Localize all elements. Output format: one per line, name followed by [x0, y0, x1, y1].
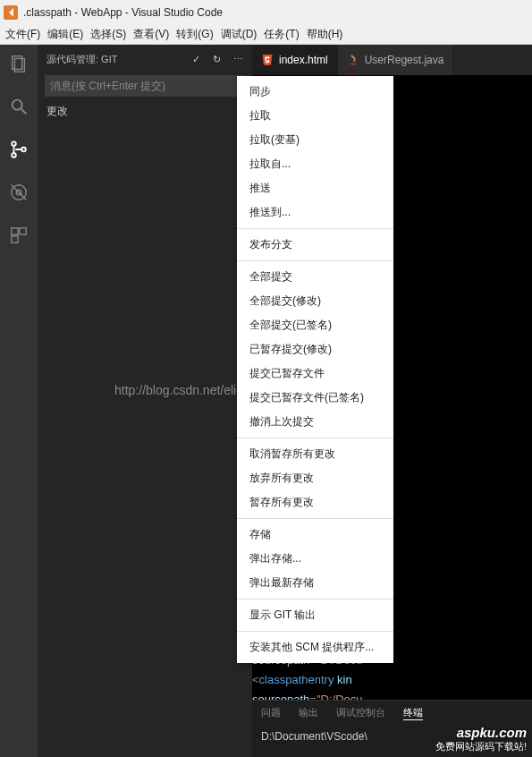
- context-menu-item[interactable]: 发布分支: [237, 233, 393, 257]
- menu-item[interactable]: 任务(T): [260, 27, 302, 42]
- scm-sidebar: 源代码管理: GIT ✓ ↻ ⋯ 消息(按 Ctrl+Enter 提交) 更改: [38, 45, 252, 757]
- editor-tabs: index.htmlUserRegest.java: [252, 45, 532, 75]
- context-menu-item[interactable]: 全部提交: [237, 265, 393, 289]
- context-menu-item[interactable]: 弹出存储...: [237, 547, 393, 571]
- panel-tab[interactable]: 问题: [261, 706, 281, 719]
- menu-separator: [237, 599, 393, 600]
- context-menu-item[interactable]: 推送到...: [237, 200, 393, 225]
- commit-placeholder: 消息(按 Ctrl+Enter 提交): [50, 79, 165, 94]
- context-menu-item[interactable]: 存储: [237, 523, 393, 547]
- more-icon[interactable]: ⋯: [233, 54, 243, 65]
- panel-tabs: 问题输出调试控制台终端: [252, 700, 532, 725]
- search-icon[interactable]: [7, 95, 30, 118]
- terminal-text: D:\Document\VScode\: [261, 730, 367, 743]
- menu-item[interactable]: 调试(D): [217, 27, 261, 42]
- commit-icon[interactable]: ✓: [192, 54, 200, 65]
- code-line: sourcepath="D:/Docu: [252, 690, 532, 700]
- svg-rect-11: [12, 228, 18, 234]
- menu-item[interactable]: 选择(S): [87, 27, 130, 42]
- menu-separator: [237, 518, 393, 519]
- editor-tab[interactable]: UserRegest.java: [338, 45, 454, 75]
- svg-point-6: [12, 153, 16, 157]
- menu-separator: [237, 260, 393, 261]
- svg-line-4: [21, 109, 27, 115]
- terminal[interactable]: D:\Document\VScode\: [252, 725, 532, 757]
- menu-separator: [237, 631, 393, 632]
- debug-icon[interactable]: [7, 181, 30, 204]
- editor-tab[interactable]: index.html: [252, 45, 338, 75]
- panel-tab[interactable]: 调试控制台: [336, 706, 385, 719]
- commit-message-input[interactable]: 消息(按 Ctrl+Enter 提交): [45, 75, 245, 97]
- menu-item[interactable]: 转到(G): [173, 27, 216, 42]
- menu-separator: [237, 228, 393, 229]
- menu-separator: [237, 438, 393, 438]
- scm-icon[interactable]: [7, 138, 30, 161]
- tab-label: index.html: [279, 54, 328, 66]
- code-line: <classpathentry kin: [252, 670, 532, 690]
- scm-title: 源代码管理: GIT: [46, 53, 117, 66]
- html-file-icon: [261, 54, 274, 66]
- context-menu-item[interactable]: 放弃所有更改: [237, 466, 393, 490]
- menubar: 文件(F)编辑(E)选择(S)查看(V)转到(G)调试(D)任务(T)帮助(H): [0, 25, 532, 45]
- svg-rect-13: [12, 236, 18, 242]
- context-menu-item[interactable]: 显示 GIT 输出: [237, 603, 393, 627]
- context-menu-item[interactable]: 已暂存提交(修改): [237, 337, 393, 361]
- context-menu-item[interactable]: 拉取(变基): [237, 128, 393, 152]
- window-title: .classpath - WebApp - Visual Studio Code: [23, 6, 223, 19]
- refresh-icon[interactable]: ↻: [213, 54, 221, 65]
- panel-tab[interactable]: 终端: [403, 706, 423, 720]
- vscode-icon: [4, 5, 18, 20]
- context-menu-item[interactable]: 全部提交(已签名): [237, 313, 393, 337]
- context-menu-item[interactable]: 取消暂存所有更改: [237, 442, 393, 466]
- explorer-icon[interactable]: [7, 52, 30, 75]
- svg-point-5: [12, 141, 16, 146]
- svg-rect-12: [20, 228, 26, 234]
- context-menu-item[interactable]: 推送: [237, 176, 393, 200]
- activity-bar: [0, 45, 38, 757]
- panel-tab[interactable]: 输出: [299, 706, 318, 719]
- scm-context-menu: 同步拉取拉取(变基)拉取自...推送推送到...发布分支全部提交全部提交(修改)…: [237, 76, 393, 663]
- menu-item[interactable]: 文件(F): [2, 27, 44, 42]
- titlebar: .classpath - WebApp - Visual Studio Code: [0, 0, 532, 25]
- svg-point-3: [13, 100, 22, 110]
- context-menu-item[interactable]: 提交已暂存文件(已签名): [237, 386, 393, 410]
- context-menu-item[interactable]: 安装其他 SCM 提供程序...: [237, 635, 393, 659]
- context-menu-item[interactable]: 拉取自...: [237, 152, 393, 176]
- context-menu-item[interactable]: 全部提交(修改): [237, 289, 393, 313]
- tab-label: UserRegest.java: [365, 54, 444, 66]
- context-menu-item[interactable]: 提交已暂存文件: [237, 361, 393, 386]
- context-menu-item[interactable]: 同步: [237, 80, 393, 104]
- context-menu-item[interactable]: 撤消上次提交: [237, 410, 393, 434]
- menu-item[interactable]: 编辑(E): [44, 27, 87, 42]
- java-file-icon: [347, 54, 359, 66]
- menu-item[interactable]: 查看(V): [130, 27, 173, 42]
- context-menu-item[interactable]: 拉取: [237, 104, 393, 128]
- svg-point-7: [21, 148, 26, 152]
- menu-item[interactable]: 帮助(H): [303, 27, 347, 42]
- extensions-icon[interactable]: [7, 224, 30, 247]
- context-menu-item[interactable]: 暂存所有更改: [237, 490, 393, 515]
- context-menu-item[interactable]: 弹出最新存储: [237, 571, 393, 595]
- changes-section[interactable]: 更改: [38, 98, 252, 124]
